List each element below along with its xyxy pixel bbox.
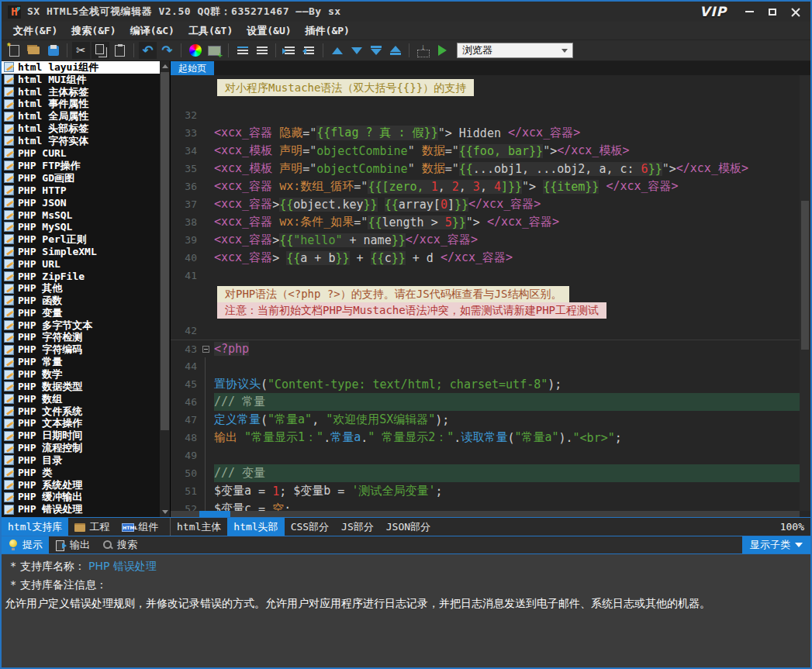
sidebar-item[interactable]: PHP 类 — [2, 467, 160, 479]
sidebar-item[interactable]: PHP 常量 — [2, 356, 160, 368]
sidebar-item[interactable]: PHP GD画图 — [2, 172, 160, 184]
code-token: , — [438, 180, 452, 194]
sidebar-item[interactable]: html 头部标签 — [2, 122, 160, 135]
sidebar-item[interactable]: PHP 流程控制 — [2, 442, 160, 454]
indent-decrease-icon[interactable] — [300, 42, 318, 59]
redo-icon[interactable] — [158, 42, 176, 59]
jump-bottom-icon[interactable] — [386, 42, 404, 59]
sidebar-item[interactable]: PHP Perl正则 — [2, 233, 160, 246]
sidebar-item[interactable]: PHP 数组 — [2, 393, 160, 405]
import-icon[interactable] — [414, 42, 432, 59]
editor-vscroll-thumb[interactable] — [801, 201, 809, 350]
sidebar-item[interactable]: PHP 变量 — [2, 307, 160, 319]
open-folder-icon[interactable] — [25, 42, 43, 59]
run-icon[interactable] — [434, 42, 451, 59]
color-wheel-icon[interactable] — [186, 42, 204, 59]
align-right-icon[interactable] — [253, 42, 271, 59]
vip-badge[interactable]: VIP — [700, 4, 738, 19]
move-down-icon[interactable] — [347, 42, 365, 59]
sidebar-item[interactable]: PHP 日期时间 — [2, 429, 160, 442]
scroll-up-icon[interactable] — [160, 61, 170, 71]
align-left-icon[interactable] — [233, 42, 251, 59]
sidebar-item[interactable]: html 全局属性 — [2, 110, 160, 122]
tab-输出[interactable]: 输出 — [49, 536, 96, 553]
tab-JS部分[interactable]: JS部分 — [335, 518, 380, 536]
sidebar-item[interactable]: PHP URL — [2, 258, 160, 271]
tab-html主体[interactable]: html主体 — [171, 518, 227, 536]
tab-提示[interactable]: 提示 — [2, 536, 49, 553]
tab-CSS部分[interactable]: CSS部分 — [285, 518, 335, 536]
sidebar-item[interactable]: PHP 其他 — [2, 282, 160, 295]
sidebar-item[interactable]: PHP 系统处理 — [2, 479, 160, 491]
screenshot-icon[interactable] — [206, 42, 223, 59]
sidebar-item[interactable]: PHP HTTP — [2, 184, 160, 196]
sidebar-item[interactable]: html 事件属性 — [2, 98, 160, 111]
maximize-button[interactable] — [761, 4, 784, 19]
sidebar-item[interactable]: PHP CURL — [2, 147, 160, 160]
editor-vertical-scrollbar[interactable] — [800, 75, 810, 511]
editor-horizontal-scrollbar[interactable] — [171, 511, 800, 517]
sidebar-item[interactable]: PHP 字符检测 — [2, 332, 160, 344]
tab-html支持库[interactable]: html支持库 — [2, 518, 68, 536]
sidebar-item[interactable]: PHP 目录 — [2, 454, 160, 467]
tab-label: html主体 — [177, 520, 221, 534]
library-name-line: * 支持库名称： PHP 错误处理 — [2, 557, 810, 575]
fold-marker-icon[interactable] — [202, 346, 209, 353]
library-name-value[interactable]: PHP 错误处理 — [88, 558, 157, 574]
tab-start-page[interactable]: 起始页 — [171, 61, 214, 75]
fold-column — [197, 375, 214, 393]
sidebar-item[interactable]: html layui组件 — [2, 61, 160, 74]
jump-top-icon[interactable] — [367, 42, 385, 59]
menu-item[interactable]: 搜索(&F) — [64, 22, 123, 40]
tab-组件[interactable]: HTML组件 — [116, 518, 164, 536]
sidebar-item[interactable]: PHP FTP操作 — [2, 160, 160, 172]
code-area[interactable]: 对小程序Mustache语法（双大括号{{}}）的支持3233<xcx_容器 隐… — [171, 75, 810, 517]
move-up-icon[interactable] — [328, 42, 346, 59]
code-text — [214, 267, 810, 284]
sidebar-item[interactable]: PHP MsSQL — [2, 209, 160, 221]
save-icon[interactable] — [44, 42, 62, 59]
sidebar-item[interactable]: PHP 多字节文本 — [2, 319, 160, 332]
editor-hscroll-thumb[interactable] — [199, 511, 230, 517]
undo-icon[interactable] — [139, 42, 157, 59]
sidebar-item[interactable]: PHP ZipFile — [2, 270, 160, 282]
browser-select[interactable]: 浏览器 — [457, 43, 573, 58]
new-file-icon[interactable] — [5, 42, 23, 59]
paste-icon[interactable] — [111, 42, 129, 59]
sidebar-item[interactable]: PHP SimpleXML — [2, 246, 160, 258]
sidebar-scrollbar[interactable] — [160, 61, 170, 517]
menu-item[interactable]: 文件(&F) — [6, 22, 64, 40]
menu-item[interactable]: 工具(&T) — [181, 22, 240, 40]
tab-搜索[interactable]: 搜索 — [96, 536, 143, 553]
close-button[interactable] — [784, 4, 807, 19]
sidebar-item[interactable]: PHP 缓冲输出 — [2, 491, 160, 504]
indent-increase-icon[interactable] — [281, 42, 299, 59]
cut-icon[interactable] — [72, 42, 90, 59]
sidebar-item[interactable]: PHP 数据类型 — [2, 381, 160, 393]
sidebar-item[interactable]: html 字符实体 — [2, 135, 160, 147]
line-number: 45 — [171, 378, 197, 390]
sidebar-item[interactable]: html MUI组件 — [2, 74, 160, 86]
tab-html头部[interactable]: html头部 — [227, 518, 284, 536]
sidebar-item[interactable]: PHP 错误处理 — [2, 503, 160, 516]
copy-icon[interactable] — [92, 42, 109, 59]
sidebar-item[interactable]: PHP 文本操作 — [2, 417, 160, 429]
sidebar-item[interactable]: html 主体标签 — [2, 86, 160, 98]
sidebar-item[interactable]: PHP 数学 — [2, 368, 160, 381]
scroll-down-icon[interactable] — [160, 507, 170, 517]
menu-item[interactable]: 设置(&U) — [240, 22, 298, 40]
library-note-line: * 支持库备注信息： — [2, 575, 810, 594]
sidebar-item[interactable]: PHP 文件系统 — [2, 405, 160, 418]
code-line: 38<xcx_容器 wx:条件_如果="{{length > 5}}"> </x… — [171, 213, 810, 231]
sidebar-item[interactable]: PHP JSON — [2, 196, 160, 209]
sidebar-scroll-thumb[interactable] — [161, 72, 169, 430]
minimize-button[interactable] — [738, 4, 761, 19]
show-subclass-button[interactable]: 显示子类 — [742, 536, 810, 553]
sidebar-item[interactable]: PHP 函数 — [2, 295, 160, 307]
menu-item[interactable]: 插件(&P) — [299, 22, 357, 40]
sidebar-item[interactable]: PHP MySQL — [2, 221, 160, 233]
menu-item[interactable]: 编译(&C) — [123, 22, 181, 40]
tab-工程[interactable]: 工程 — [68, 518, 116, 536]
tab-JSON部分[interactable]: JSON部分 — [380, 518, 437, 536]
sidebar-item[interactable]: PHP 字符编码 — [2, 343, 160, 356]
